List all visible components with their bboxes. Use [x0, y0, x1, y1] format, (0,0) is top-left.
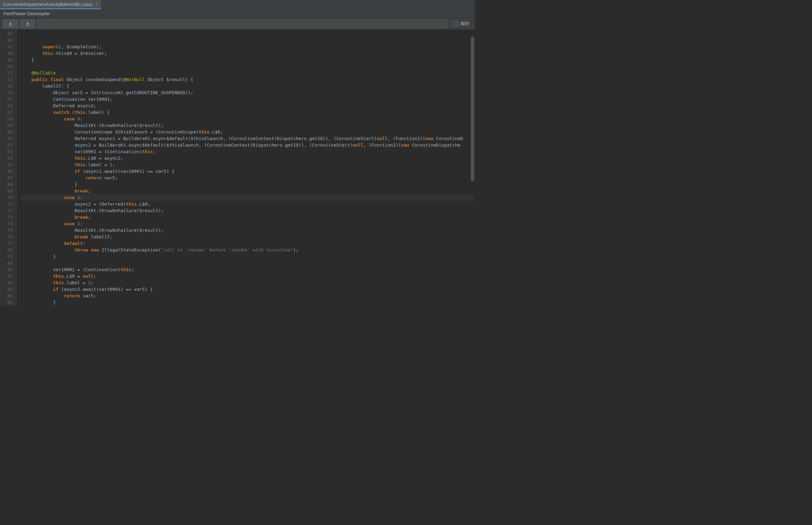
code-line: CoroutineScope $this$launch = (Coroutine… [21, 129, 475, 135]
line-number: 74 [5, 220, 13, 227]
download-icon [8, 21, 13, 26]
line-number: 84 [5, 286, 13, 293]
code-line: public final Object invokeSuspend(@NotNu… [21, 76, 475, 83]
checkbox-icon [453, 21, 458, 27]
tab-bar: CoroutineDispatchersActivity$demo4$1.cla… [0, 0, 475, 10]
line-number: 73 [5, 214, 13, 220]
code-line: this.L$0 = async2; [21, 155, 475, 161]
line-number: 49 [5, 57, 13, 63]
line-number: 82 [5, 273, 13, 279]
code-line: Object var5 = IntrinsicsKt.getCOROUTINE_… [21, 89, 475, 96]
line-number: 76 [5, 234, 13, 240]
line-number: 56 [5, 102, 13, 109]
line-number: 68 [5, 181, 13, 188]
code-line: label17: { [21, 83, 475, 89]
line-number: 51 [5, 70, 13, 76]
line-number: 50 [5, 63, 13, 70]
code-line: break label17; [21, 234, 475, 240]
line-number: 61 [5, 135, 13, 142]
line-gutter: 4546474849505152535455565758596061626364… [0, 30, 17, 306]
line-number: 78 [5, 247, 13, 253]
line-number: 77 [5, 240, 13, 247]
line-number: 87 [5, 306, 13, 307]
line-number: 60 [5, 129, 13, 135]
code-line: Deferred async1 = BuildersKt.async$defau… [21, 135, 475, 142]
download-button[interactable] [3, 19, 18, 28]
line-number: 57 [5, 109, 13, 116]
code-line [21, 260, 475, 266]
match-label: 相符 [460, 21, 469, 27]
code-line: this.L$0 = null; [21, 273, 475, 279]
decompiler-banner: FernFlower Decompiler [0, 10, 475, 18]
code-line: case 1: [21, 194, 475, 201]
code-line: return var5; [21, 293, 475, 299]
code-line: Deferred async2; [21, 102, 475, 109]
code-line: var10001 = (Continuation)this; [21, 266, 475, 273]
code-line: ResultKt.throwOnFailure($result); [21, 227, 475, 234]
line-number: 55 [5, 96, 13, 102]
code-line: } [21, 181, 475, 188]
line-number: 85 [5, 293, 13, 299]
line-number: 53 [5, 83, 13, 89]
line-number: 75 [5, 227, 13, 234]
code-line: } [21, 306, 475, 306]
line-number: 70 [5, 194, 13, 201]
code-line: break; [21, 214, 475, 220]
editor: 4546474849505152535455565758596061626364… [0, 30, 475, 306]
line-number: 54 [5, 89, 13, 96]
code-line: return var5; [21, 175, 475, 181]
line-number: 64 [5, 155, 13, 161]
code-line [21, 63, 475, 70]
line-number: 59 [5, 122, 13, 129]
code-line: if (async2.await(var10001) == var5) { [21, 286, 475, 293]
line-number: 58 [5, 116, 13, 122]
code-line: Continuation var10001; [21, 96, 475, 102]
upload-icon [25, 21, 30, 26]
line-number: 52 [5, 76, 13, 83]
close-icon[interactable]: × [95, 1, 98, 7]
line-number: 67 [5, 175, 13, 181]
line-number: 65 [5, 161, 13, 168]
line-number: 69 [5, 188, 13, 194]
line-number: 63 [5, 148, 13, 155]
code-line: break; [21, 188, 475, 194]
code-line: async2 = BuildersKt.async$default($this$… [21, 142, 475, 148]
code-line: async2 = (Deferred)this.L$0; [21, 201, 475, 207]
code-area[interactable]: super(2, $completion); this.this$0 = $re… [17, 30, 475, 306]
line-number: 48 [5, 50, 13, 57]
line-number: 83 [5, 279, 13, 286]
line-number: 46 [5, 37, 13, 43]
line-number: 71 [5, 201, 13, 207]
code-line: default: [21, 240, 475, 247]
code-line: this.this$0 = $receiver; [21, 50, 475, 57]
code-line: var10001 = (Continuation)this; [21, 148, 475, 155]
code-line: this.label = 2; [21, 279, 475, 286]
code-line: } [21, 253, 475, 260]
line-number: 45 [5, 30, 13, 37]
upload-button[interactable] [20, 19, 35, 28]
tab-title: CoroutineDispatchersActivity$demo4$1.cla… [3, 2, 93, 7]
toolbar: 相符 [0, 18, 475, 30]
code-line: case 2: [21, 220, 475, 227]
code-line: throw new IllegalStateException("call to… [21, 247, 475, 253]
code-line: } [21, 57, 475, 63]
code-line: @Nullable [21, 70, 475, 76]
search-input[interactable] [37, 19, 448, 28]
code-line: case 0: [21, 116, 475, 122]
scrollbar-thumb[interactable] [471, 37, 474, 181]
match-checkbox[interactable]: 相符 [450, 21, 472, 27]
line-number: 86 [5, 299, 13, 306]
decompiler-label: FernFlower Decompiler [3, 11, 50, 16]
line-number: 79 [5, 253, 13, 260]
line-number: 72 [5, 207, 13, 214]
line-number: 47 [5, 43, 13, 50]
line-number: 80 [5, 260, 13, 266]
file-tab[interactable]: CoroutineDispatchersActivity$demo4$1.cla… [0, 0, 101, 9]
code-line: if (async1.await(var10001) == var5) { [21, 168, 475, 175]
line-number: 62 [5, 142, 13, 148]
line-number: 66 [5, 168, 13, 175]
drag-handle-icon[interactable]: ⋮ [471, 168, 474, 172]
code-line: switch (this.label) { [21, 109, 475, 116]
code-line: } [21, 299, 475, 306]
code-line: this.label = 1; [21, 161, 475, 168]
